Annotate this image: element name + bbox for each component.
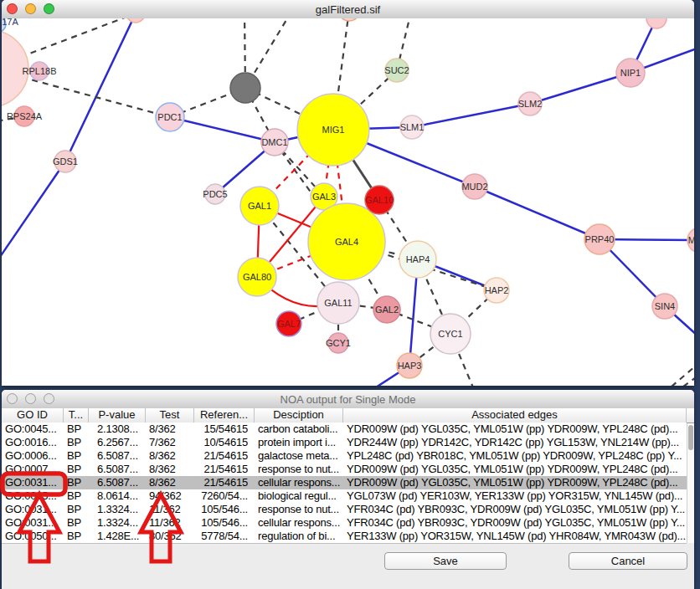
cell: BP <box>64 503 89 516</box>
node-label: SUC2 <box>384 65 409 75</box>
cancel-button[interactable]: Cancel <box>569 552 687 570</box>
node-label: GDS1 <box>53 156 78 166</box>
cell: YDR009W (pd) YGL035C, YML051W (pp) YDR00… <box>343 463 687 476</box>
node-label: MIG1 <box>322 125 345 135</box>
node-top-cut-1[interactable] <box>126 18 145 23</box>
close-button[interactable] <box>7 3 18 14</box>
cell: cellular respons... <box>255 516 343 530</box>
node-top-cut-2[interactable] <box>338 18 360 21</box>
zoom-button[interactable] <box>44 393 54 404</box>
window-title: NOA output for Single Mode <box>281 393 416 406</box>
cell: 6.5087... <box>89 476 146 489</box>
cell: 1.3324... <box>89 516 146 530</box>
zoom-button[interactable] <box>44 3 54 14</box>
cell: 1.428E... <box>89 530 146 543</box>
table-row[interactable]: GO:0031...BP1.3324...11/362105/546...res… <box>2 503 687 516</box>
cell: BP <box>64 449 89 463</box>
cell: BP <box>64 476 89 489</box>
node-label: GCY1 <box>326 338 351 348</box>
cell: GO:0007... <box>2 463 64 476</box>
node-label: GAL80 <box>243 272 271 282</box>
edge-blue <box>412 104 530 127</box>
cell: 5778/54... <box>194 530 255 543</box>
column-header-p-value[interactable]: P-value <box>89 408 146 423</box>
cell: 105/546... <box>194 516 255 530</box>
cell: 8/362 <box>146 463 194 476</box>
node-label: RPS24A <box>7 111 43 121</box>
minimize-button[interactable] <box>25 393 36 404</box>
node-label: PRP40 <box>585 234 615 244</box>
edge-blue <box>2 161 65 259</box>
traffic-lights <box>7 3 54 14</box>
save-button[interactable]: Save <box>384 552 507 570</box>
table-row[interactable]: GO:0016...BP6.2567...7/36210/54615protei… <box>2 436 687 449</box>
minimize-button[interactable] <box>25 3 36 14</box>
cell: biological regul... <box>255 489 343 503</box>
column-header-desciption[interactable]: Desciption <box>255 408 343 423</box>
table-row[interactable]: GO:0050...BP1.428E...80/3625778/54...reg… <box>2 530 687 543</box>
node-label: NIP1 <box>620 68 641 78</box>
cell: 11/362 <box>146 503 194 516</box>
edge-blue <box>475 187 600 239</box>
cell: cellular respons... <box>255 476 343 489</box>
cell: GO:0006... <box>2 449 64 463</box>
column-header-associated-edges[interactable]: Associated edges <box>343 408 687 423</box>
node-top-cut-3[interactable] <box>646 18 667 28</box>
node-label: RPL18B <box>23 66 57 76</box>
nodes <box>2 18 694 378</box>
table-row[interactable]: GO:0065...BP8.0614...94/3627260/54...bio… <box>2 489 687 503</box>
node-label: GAL11 <box>324 298 352 308</box>
cell: YGL073W (pd) YER103W, YER133W (pp) YOR31… <box>343 489 687 503</box>
column-header-go-id[interactable]: GO ID <box>2 408 64 423</box>
node-label: GAL7 <box>277 319 301 329</box>
node-label: MSL1 <box>688 235 694 245</box>
noa-results-table: GO:0045...BP2.1308...8/36215/54615carbon… <box>2 423 687 544</box>
cell: GO:0031... <box>2 476 64 489</box>
node-label: GAL4 <box>335 237 358 247</box>
cell: GO:0031... <box>2 516 64 530</box>
node-label: DMC1 <box>261 137 287 147</box>
table-header: GO IDT...P-valueTestReferen...Desciption… <box>2 408 694 423</box>
edge-dash <box>683 378 694 386</box>
table-row[interactable]: GO:0007...BP6.5087...8/36221/54615respon… <box>2 463 687 476</box>
node-label: SLM1 <box>400 122 425 132</box>
node-label: CYC1 <box>438 329 462 339</box>
header-scroll-corner <box>687 408 694 423</box>
cell: 8.0614... <box>89 489 146 503</box>
node-gray-node[interactable] <box>230 73 260 103</box>
column-header-test[interactable]: Test <box>146 408 194 423</box>
table-row[interactable]: GO:0006...BP6.5087...8/36221/54615galact… <box>2 449 687 463</box>
cell: 7260/54... <box>194 489 255 503</box>
node-label: PDC5 <box>203 189 227 199</box>
table-row[interactable]: GO:0045...BP2.1308...8/36215/54615carbon… <box>2 423 687 436</box>
table-row[interactable]: GO:0031...BP6.5087...8/36221/54615cellul… <box>2 476 687 489</box>
window-title: galFiltered.sif <box>316 3 380 16</box>
cell: 2.1308... <box>89 423 146 436</box>
cell: regulation of bi... <box>255 530 343 543</box>
node-label: SLM2 <box>518 99 543 109</box>
node-label: HAP3 <box>398 361 422 371</box>
cell: BP <box>64 463 89 476</box>
column-header-t[interactable]: T... <box>64 408 89 423</box>
cell: 80/362 <box>146 530 194 543</box>
cell: GO:0045... <box>2 423 64 436</box>
cell: BP <box>64 530 89 543</box>
node-label: MUD2 <box>461 182 487 192</box>
cell: GO:0031... <box>2 503 64 516</box>
node-label: 17A <box>2 18 18 27</box>
table-row[interactable]: GO:0031...BP1.3324...11/362105/546...cel… <box>2 516 687 530</box>
cell: 6.5087... <box>89 449 146 463</box>
edge-blue <box>530 73 631 104</box>
network-window-titlebar[interactable]: galFiltered.sif <box>2 0 694 19</box>
noa-window-titlebar[interactable]: NOA output for Single Mode <box>2 390 694 409</box>
vertical-scrollbar[interactable] <box>687 423 694 543</box>
cell: response to nut... <box>255 463 343 476</box>
close-button[interactable] <box>7 393 18 404</box>
cell: GO:0050... <box>2 530 64 543</box>
cell: 10/54615 <box>194 436 255 449</box>
network-window: galFiltered.sif 17ARPL18BRPS24AGDS1PDC1M… <box>2 0 694 386</box>
scrollbar-thumb[interactable] <box>688 425 693 450</box>
column-header-referen[interactable]: Referen... <box>194 408 255 423</box>
network-canvas[interactable]: 17ARPL18BRPS24AGDS1PDC1MIG1DMC1SUC2SLM1S… <box>2 18 694 386</box>
cell: 21/54615 <box>194 476 255 489</box>
